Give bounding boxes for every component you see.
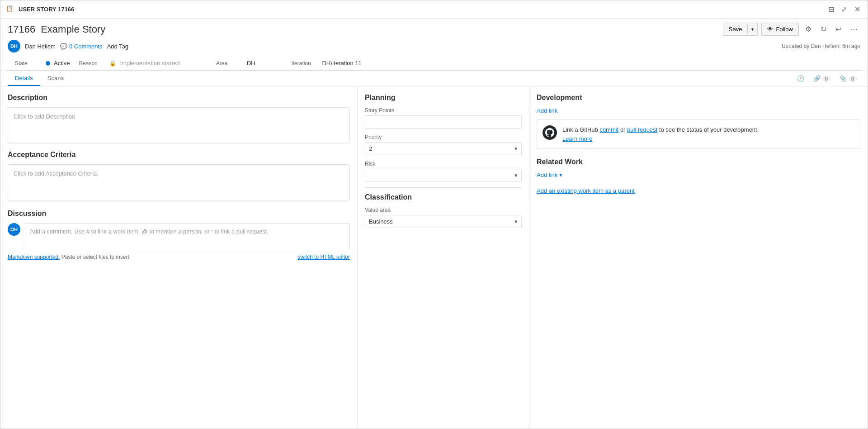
- title-bar-actions: ⊟ ⤢ ✕: [826, 3, 862, 15]
- links-button[interactable]: 🔗 0: [810, 73, 834, 84]
- story-id: 17166: [8, 24, 35, 35]
- links-count: 0: [822, 76, 830, 82]
- maximize-button[interactable]: ⤢: [840, 3, 849, 15]
- github-description: Link a GitHub commit or pull request to …: [562, 125, 759, 143]
- settings-button[interactable]: ⚙: [802, 22, 814, 36]
- comments-count: 0 Comments: [69, 43, 103, 50]
- planning-title: Planning: [365, 94, 522, 102]
- left-panel: Description Click to add Description. Ac…: [0, 86, 358, 429]
- attach-count: 0: [849, 76, 857, 82]
- description-input[interactable]: Click to add Description.: [8, 107, 350, 143]
- related-add-link-label: Add link: [537, 172, 557, 178]
- acceptance-criteria-input[interactable]: Click to add Acceptance Criteria.: [8, 164, 350, 200]
- area-field: Area DH: [216, 60, 255, 67]
- value-area-chevron: ▾: [514, 218, 518, 225]
- story-title-row: 17166 Example Story Save ▾ 👁 Follow ⚙ ↻ …: [8, 22, 860, 36]
- tab-scans[interactable]: Scans: [40, 71, 71, 86]
- title-bar-icon: 📋: [6, 5, 15, 14]
- more-options-button[interactable]: ⋯: [848, 22, 860, 36]
- tab-details[interactable]: Details: [8, 71, 40, 86]
- story-title[interactable]: Example Story: [41, 24, 105, 35]
- close-button[interactable]: ✕: [853, 3, 862, 15]
- header-actions: Save ▾ 👁 Follow ⚙ ↻ ↩ ⋯: [723, 22, 860, 36]
- pull-request-link[interactable]: pull request: [627, 126, 657, 133]
- development-section: Development Add link Link a GitHub commi…: [537, 94, 860, 149]
- markdown-link[interactable]: Markdown supported.: [8, 254, 60, 260]
- right-panel: Development Add link Link a GitHub commi…: [529, 86, 868, 429]
- reason-label: Reason: [79, 60, 106, 67]
- priority-label: Priority: [365, 134, 522, 140]
- priority-chevron: ▾: [514, 145, 518, 152]
- title-bar: 📋 USER STORY 17166 ⊟ ⤢ ✕: [0, 0, 868, 19]
- middle-panel: Planning Story Points Priority 2 ▾ Risk …: [358, 86, 529, 429]
- priority-select[interactable]: 2 ▾: [365, 142, 522, 155]
- switch-editor-link[interactable]: switch to HTML editor: [297, 254, 350, 260]
- classification-title: Classification: [365, 193, 522, 201]
- minimize-button[interactable]: ⊟: [826, 3, 836, 15]
- risk-chevron: ▾: [514, 172, 518, 179]
- avatar: DH: [8, 40, 20, 52]
- story-points-field: Story Points: [365, 107, 522, 129]
- comment-icon: 💬: [60, 43, 67, 50]
- value-area-value: Business: [369, 218, 393, 225]
- reason-value: Implementation started: [120, 60, 179, 67]
- priority-field: Priority 2 ▾: [365, 134, 522, 155]
- state-value[interactable]: Active: [54, 60, 70, 67]
- add-existing-link[interactable]: Add an existing work item as a parent: [537, 187, 860, 194]
- github-svg: [545, 128, 554, 137]
- follow-button[interactable]: 👁 Follow: [761, 23, 799, 36]
- risk-label: Risk: [365, 161, 522, 167]
- refresh-button[interactable]: ↻: [818, 22, 829, 36]
- story-points-input[interactable]: [365, 115, 522, 129]
- tab-actions: 🕐 🔗 0 📎 0: [793, 73, 860, 84]
- dev-add-link-button[interactable]: Add link: [537, 107, 557, 114]
- value-area-field: Value area Business ▾: [365, 207, 522, 228]
- author-row: DH Dan Hellem 💬 0 Comments Add Tag Updat…: [8, 40, 860, 52]
- related-add-link-button[interactable]: Add link ▾: [537, 172, 562, 178]
- discussion-title: Discussion: [8, 210, 350, 218]
- related-work-title: Related Work: [537, 158, 860, 166]
- related-add-chevron: ▾: [559, 172, 562, 178]
- area-label: Area: [216, 60, 243, 67]
- commenter-initials: DH: [10, 227, 18, 232]
- risk-field: Risk ▾: [365, 161, 522, 182]
- avatar-initials: DH: [10, 43, 18, 49]
- comment-input[interactable]: Add a comment. Use # to link a work item…: [25, 223, 350, 250]
- comments-link[interactable]: 💬 0 Comments: [60, 43, 103, 50]
- save-button[interactable]: Save: [723, 23, 748, 35]
- value-area-label: Value area: [365, 207, 522, 213]
- add-link-label: Add link: [537, 107, 557, 114]
- work-item-header: 17166 Example Story Save ▾ 👁 Follow ⚙ ↻ …: [0, 19, 868, 71]
- iteration-label: Iteration: [291, 60, 318, 67]
- discussion-section: Discussion DH Add a comment. Use # to li…: [8, 210, 350, 260]
- github-card: Link a GitHub commit or pull request to …: [537, 119, 860, 149]
- separator: [365, 187, 522, 188]
- acceptance-criteria-title: Acceptance Criteria: [8, 151, 350, 159]
- value-area-select[interactable]: Business ▾: [365, 215, 522, 228]
- state-row: State Active Reason 🔒 Implementation sta…: [8, 56, 860, 71]
- main-content: Description Click to add Description. Ac…: [0, 86, 868, 429]
- comment-footer: Markdown supported. Paste or select file…: [8, 254, 350, 260]
- priority-value: 2: [369, 145, 372, 152]
- history-button[interactable]: 🕐: [793, 73, 808, 84]
- add-tag-button[interactable]: Add Tag: [107, 43, 128, 50]
- related-work-section: Related Work Add link ▾ Add an existing …: [537, 158, 860, 194]
- iteration-field: Iteration DH\Iteration 11: [291, 60, 361, 67]
- tabs-bar: Details Scans 🕐 🔗 0 📎 0: [0, 71, 868, 86]
- area-value[interactable]: DH: [247, 60, 255, 67]
- learn-more-link[interactable]: Learn more: [562, 135, 592, 142]
- undo-button[interactable]: ↩: [833, 22, 844, 36]
- follow-label: Follow: [776, 26, 793, 33]
- updated-text: Updated by Dan Hellem: 6m ago: [782, 43, 860, 49]
- save-dropdown-button[interactable]: ▾: [747, 24, 757, 34]
- iteration-value[interactable]: DH\Iteration 11: [322, 60, 361, 67]
- acceptance-criteria-section: Acceptance Criteria Click to add Accepta…: [8, 151, 350, 200]
- follow-icon: 👁: [767, 26, 773, 33]
- risk-select[interactable]: ▾: [365, 169, 522, 182]
- attachments-button[interactable]: 📎 0: [836, 73, 860, 84]
- link-icon: 🔗: [813, 75, 821, 82]
- story-points-label: Story Points: [365, 107, 522, 114]
- comment-row: DH Add a comment. Use # to link a work i…: [8, 223, 350, 250]
- commit-link[interactable]: commit: [599, 126, 618, 133]
- reason-field: Reason 🔒 Implementation started: [79, 60, 179, 67]
